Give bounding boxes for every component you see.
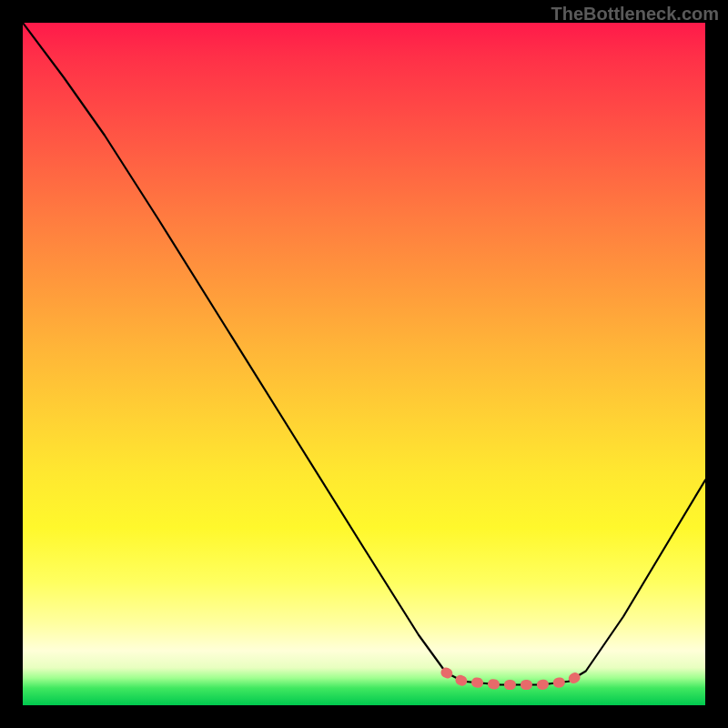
chart-svg (23, 23, 705, 705)
plot-area (23, 23, 705, 705)
main-curve-line (23, 23, 705, 685)
highlight-segment (446, 672, 586, 685)
watermark-text: TheBottleneck.com (551, 4, 719, 25)
